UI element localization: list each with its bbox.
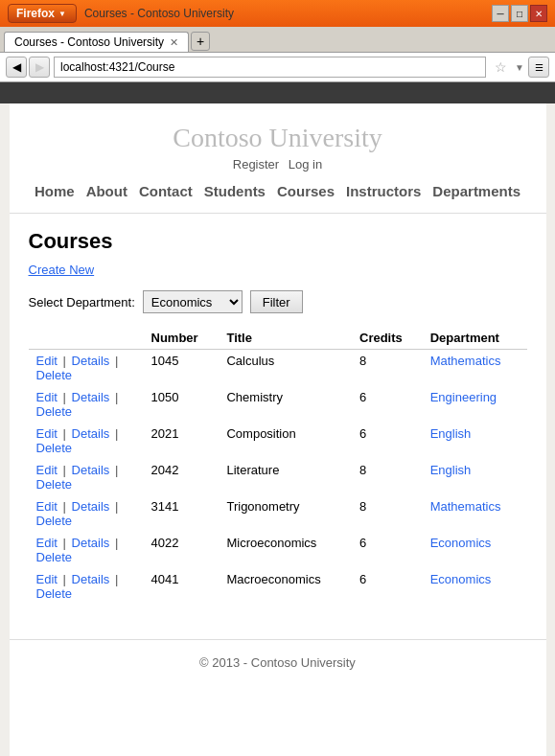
nav-contact[interactable]: Contact [139,183,193,199]
tab-title: Courses - Contoso University [14,35,164,49]
tools-button[interactable]: ☰ [528,57,549,78]
row-number: 2021 [144,423,220,459]
edit-link[interactable]: Edit [36,390,58,404]
details-link[interactable]: Details [72,536,110,550]
separator: | [63,354,70,368]
row-title: Composition [219,423,352,459]
new-tab-button[interactable]: + [191,32,210,51]
col-credits: Credits [352,327,423,350]
page-inner: Contoso University Register Log in Home … [10,103,546,756]
details-link[interactable]: Details [72,354,110,368]
filter-label: Select Department: [29,295,135,309]
minimize-button[interactable]: ─ [492,5,509,22]
row-department: Mathematics [423,350,527,387]
row-credits: 8 [352,459,423,495]
col-title: Title [219,327,352,350]
address-bar[interactable] [54,57,486,78]
row-title: Macroeconomics [219,568,352,605]
edit-link[interactable]: Edit [36,463,58,477]
table-row: Edit | Details | Delete 1045 Calculus 8 … [29,350,527,387]
table-row: Edit | Details | Delete 3141 Trigonometr… [29,495,527,532]
firefox-label: Firefox [16,7,55,20]
row-number: 1045 [144,350,220,387]
row-credits: 6 [352,386,423,423]
row-credits: 6 [352,532,423,568]
row-title: Literature [219,459,352,495]
department-select[interactable]: Economics Engineering English Mathematic… [143,290,243,313]
edit-link[interactable]: Edit [36,499,58,514]
bookmark-icon[interactable]: ☆ [490,57,511,78]
details-link[interactable]: Details [72,390,110,404]
register-link[interactable]: Register [233,157,279,172]
row-department: Economics [423,532,527,568]
separator: | [115,463,118,477]
edit-link[interactable]: Edit [36,426,58,441]
back-button[interactable]: ◀ [6,57,27,78]
delete-link[interactable]: Delete [36,550,73,564]
delete-link[interactable]: Delete [36,441,73,455]
separator: | [63,390,70,404]
details-link[interactable]: Details [72,426,110,441]
table-row: Edit | Details | Delete 1050 Chemistry 6… [29,386,527,423]
row-department: Economics [423,568,527,605]
row-actions: Edit | Details | Delete [29,386,144,423]
row-actions: Edit | Details | Delete [29,459,144,495]
nav-home[interactable]: Home [35,183,75,199]
edit-link[interactable]: Edit [36,354,58,368]
delete-link[interactable]: Delete [36,404,73,419]
delete-link[interactable]: Delete [36,586,73,601]
details-link[interactable]: Details [72,572,110,586]
row-title: Chemistry [219,386,352,423]
nav-students[interactable]: Students [204,183,266,199]
forward-button[interactable]: ▶ [29,57,50,78]
separator: | [115,536,118,550]
window-controls: ─ □ ✕ [492,5,547,22]
table-row: Edit | Details | Delete 4022 Microeconom… [29,532,527,568]
details-link[interactable]: Details [72,463,110,477]
row-title: Microeconomics [219,532,352,568]
edit-link[interactable]: Edit [36,572,58,586]
separator: | [115,572,118,586]
row-actions: Edit | Details | Delete [29,495,144,532]
delete-link[interactable]: Delete [36,514,73,528]
row-credits: 6 [352,568,423,605]
table-row: Edit | Details | Delete 2021 Composition… [29,423,527,459]
filter-button[interactable]: Filter [250,290,303,313]
row-credits: 6 [352,423,423,459]
row-actions: Edit | Details | Delete [29,423,144,459]
nav-departments[interactable]: Departments [432,183,520,199]
courses-table: Number Title Credits Department Edit | D… [29,327,527,605]
details-link[interactable]: Details [72,499,110,514]
page-title: Courses [29,229,527,254]
page-header: Contoso University Register Log in Home … [10,103,546,214]
maximize-button[interactable]: □ [511,5,528,22]
close-button[interactable]: ✕ [530,5,547,22]
active-tab[interactable]: Courses - Contoso University ✕ [4,32,189,52]
separator: | [63,426,70,441]
create-new-link[interactable]: Create New [29,263,95,277]
site-title: Contoso University [10,123,546,153]
row-number: 1050 [144,386,220,423]
content: Courses Create New Select Department: Ec… [10,214,546,620]
tab-title-text: Courses - Contoso University [84,7,234,20]
firefox-menu-button[interactable]: Firefox [8,4,77,23]
tab-close-icon[interactable]: ✕ [170,36,178,49]
col-department: Department [423,327,527,350]
row-number: 3141 [144,495,220,532]
nav-courses[interactable]: Courses [277,183,335,199]
row-department: Engineering [423,386,527,423]
col-actions [29,327,144,350]
page-footer: © 2013 - Contoso University [10,639,546,685]
row-title: Calculus [219,350,352,387]
delete-link[interactable]: Delete [36,477,73,492]
nav-instructors[interactable]: Instructors [346,183,421,199]
nav-bar: ◀ ▶ ☆ ▼ ☰ [0,52,555,82]
nav-about[interactable]: About [86,183,127,199]
edit-link[interactable]: Edit [36,536,58,550]
delete-link[interactable]: Delete [36,368,73,382]
row-credits: 8 [352,350,423,387]
login-link[interactable]: Log in [289,157,322,172]
separator: | [115,426,118,441]
row-department: Mathematics [423,495,527,532]
table-row: Edit | Details | Delete 4041 Macroeconom… [29,568,527,605]
